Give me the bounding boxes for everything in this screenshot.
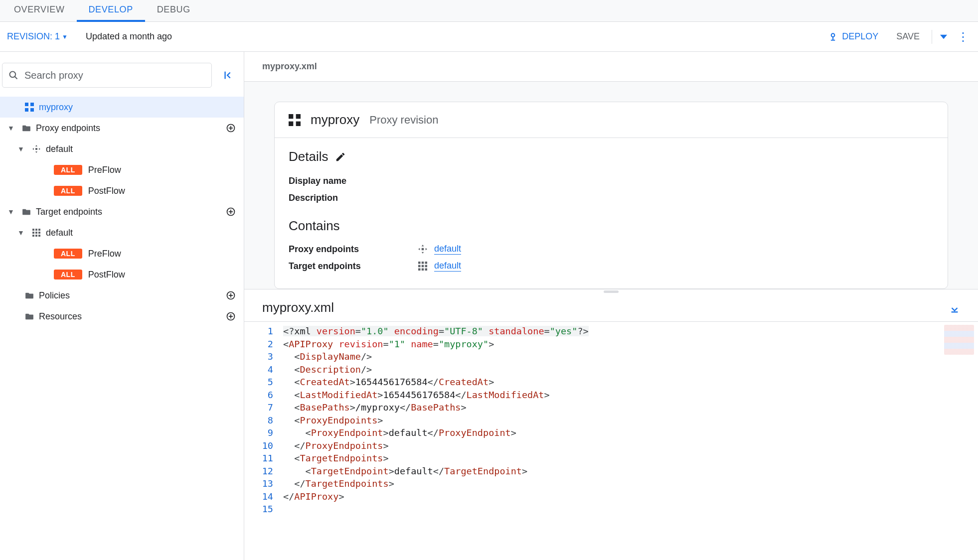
grip-icon bbox=[604, 290, 619, 293]
revision-label: REVISION: 1 bbox=[7, 31, 60, 42]
svg-marker-13 bbox=[35, 145, 37, 146]
target-icon bbox=[31, 229, 42, 237]
target-icon bbox=[418, 262, 427, 271]
svg-marker-43 bbox=[426, 248, 427, 251]
separator bbox=[932, 30, 932, 44]
folder-icon bbox=[24, 292, 35, 299]
proxy-icon bbox=[289, 114, 301, 126]
tree-proxy-endpoint-default[interactable]: ▼ default bbox=[0, 139, 244, 159]
dock-editor-button[interactable] bbox=[949, 302, 960, 313]
svg-rect-28 bbox=[35, 235, 37, 237]
svg-rect-39 bbox=[296, 121, 301, 126]
tree-policies[interactable]: Policies bbox=[0, 285, 244, 306]
svg-rect-46 bbox=[422, 262, 424, 264]
svg-rect-44 bbox=[422, 248, 424, 251]
tree-target-endpoints[interactable]: ▼ Target endpoints bbox=[0, 201, 244, 222]
svg-rect-17 bbox=[35, 148, 37, 150]
tree-root-myproxy[interactable]: myproxy bbox=[0, 97, 244, 118]
svg-point-0 bbox=[831, 33, 835, 37]
verb-badge: ALL bbox=[54, 270, 82, 280]
breadcrumb-file: myproxy.xml bbox=[262, 61, 317, 72]
save-button[interactable]: SAVE bbox=[887, 31, 929, 42]
svg-line-4 bbox=[15, 77, 17, 79]
revision-dropdown[interactable]: REVISION: 1 ▼ bbox=[4, 31, 71, 42]
content: myproxy.xml myproxy Proxy revision Detai… bbox=[244, 52, 978, 560]
display-name-label: Display name bbox=[289, 176, 418, 186]
tab-debug[interactable]: DEBUG bbox=[145, 0, 202, 22]
tree-proxy-preflow[interactable]: ALL PreFlow bbox=[0, 159, 244, 180]
tree-target-endpoints-label: Target endpoints bbox=[36, 207, 226, 217]
svg-rect-25 bbox=[35, 232, 37, 234]
tree-policies-label: Policies bbox=[39, 290, 226, 301]
editor-header: myproxy.xml bbox=[244, 294, 978, 322]
caret-icon[interactable]: ▼ bbox=[14, 145, 28, 153]
search-input[interactable] bbox=[23, 69, 205, 82]
verb-badge: ALL bbox=[54, 165, 82, 175]
save-dropdown-button[interactable] bbox=[935, 33, 952, 40]
edit-details-button[interactable] bbox=[335, 151, 346, 162]
tab-overview[interactable]: OVERVIEW bbox=[2, 0, 77, 22]
svg-rect-47 bbox=[425, 262, 428, 264]
splitter[interactable] bbox=[244, 289, 978, 294]
add-proxy-endpoint-button[interactable] bbox=[226, 123, 244, 133]
target-endpoints-label: Target endpoints bbox=[289, 261, 418, 272]
description-label: Description bbox=[289, 193, 418, 203]
tree-proxy-endpoint-default-label: default bbox=[46, 144, 244, 154]
deploy-button[interactable]: DEPLOY bbox=[819, 31, 887, 42]
collapse-sidebar-button[interactable] bbox=[219, 70, 238, 81]
contains-heading: Contains bbox=[289, 218, 934, 234]
proxy-card: myproxy Proxy revision Details Display n… bbox=[274, 102, 948, 289]
proxy-endpoint-link[interactable]: default bbox=[434, 244, 461, 255]
svg-rect-29 bbox=[38, 235, 40, 237]
tree-target-endpoint-default[interactable]: ▼ default bbox=[0, 222, 244, 243]
svg-rect-37 bbox=[296, 114, 301, 119]
code-area[interactable]: <?xml version="1.0" encoding="UTF-8" sta… bbox=[278, 322, 978, 560]
search-input-wrap[interactable] bbox=[2, 63, 212, 88]
svg-rect-53 bbox=[425, 269, 428, 271]
tree-proxy-postflow[interactable]: ALL PostFlow bbox=[0, 180, 244, 201]
code-editor[interactable]: 123456789101112131415 <?xml version="1.0… bbox=[244, 322, 978, 560]
target-endpoint-link[interactable]: default bbox=[434, 261, 461, 272]
tree-target-preflow-label: PreFlow bbox=[88, 249, 244, 259]
proxy-icon bbox=[24, 103, 35, 112]
deploy-icon bbox=[828, 32, 838, 42]
tree-proxy-postflow-label: PostFlow bbox=[88, 186, 244, 196]
svg-marker-40 bbox=[422, 245, 424, 246]
line-gutter: 123456789101112131415 bbox=[244, 322, 278, 560]
svg-rect-48 bbox=[418, 265, 421, 268]
svg-rect-52 bbox=[422, 269, 424, 271]
search-icon bbox=[8, 70, 18, 80]
endpoint-icon bbox=[418, 245, 427, 254]
svg-rect-49 bbox=[422, 265, 424, 268]
tree-proxy-endpoints-label: Proxy endpoints bbox=[36, 123, 226, 134]
add-policy-button[interactable] bbox=[226, 290, 244, 300]
svg-rect-9 bbox=[30, 108, 34, 112]
svg-rect-51 bbox=[418, 269, 421, 271]
folder-icon bbox=[24, 313, 35, 320]
folder-icon bbox=[21, 125, 32, 132]
tab-develop[interactable]: DEVELOP bbox=[77, 0, 145, 22]
svg-rect-26 bbox=[38, 232, 40, 234]
tree-target-endpoint-default-label: default bbox=[46, 228, 244, 238]
svg-rect-36 bbox=[289, 114, 293, 119]
add-target-endpoint-button[interactable] bbox=[226, 207, 244, 217]
tree-proxy-endpoints[interactable]: ▼ Proxy endpoints bbox=[0, 118, 244, 139]
tree-resources[interactable]: Resources bbox=[0, 306, 244, 327]
caret-icon[interactable]: ▼ bbox=[14, 229, 28, 237]
svg-rect-21 bbox=[32, 229, 34, 231]
add-resource-button[interactable] bbox=[226, 311, 244, 321]
verb-badge: ALL bbox=[54, 249, 82, 259]
caret-icon[interactable]: ▼ bbox=[4, 124, 18, 132]
tree-target-preflow[interactable]: ALL PreFlow bbox=[0, 243, 244, 264]
tree-target-postflow[interactable]: ALL PostFlow bbox=[0, 264, 244, 285]
caret-icon[interactable]: ▼ bbox=[4, 208, 18, 216]
card-subtitle: Proxy revision bbox=[369, 114, 438, 127]
more-menu-button[interactable]: ⋮ bbox=[952, 30, 974, 44]
tree-resources-label: Resources bbox=[39, 311, 226, 322]
svg-rect-38 bbox=[289, 121, 293, 126]
chevron-down-icon: ▼ bbox=[62, 33, 68, 40]
svg-rect-27 bbox=[32, 235, 34, 237]
main-tabs: OVERVIEW DEVELOP DEBUG bbox=[0, 0, 978, 22]
card-title: myproxy bbox=[311, 112, 359, 128]
svg-rect-7 bbox=[30, 103, 34, 106]
